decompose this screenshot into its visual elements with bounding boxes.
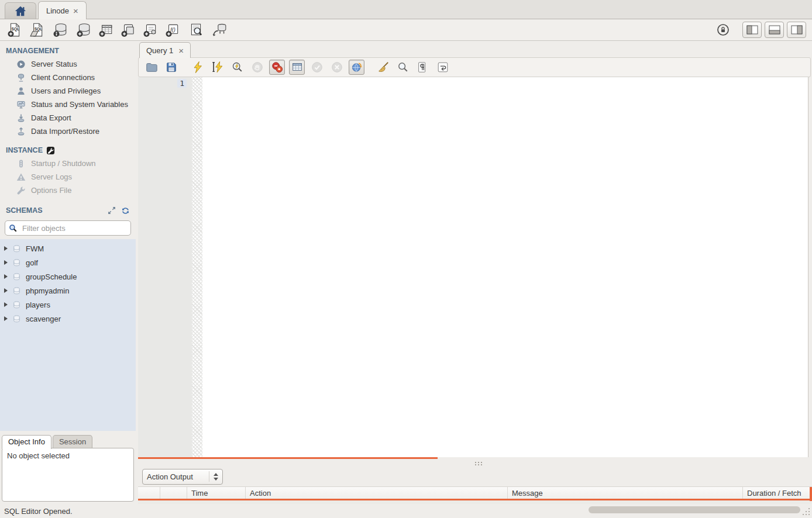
spacer [0, 138, 136, 144]
reconnect-dbms-button[interactable] [211, 21, 228, 39]
expander-icon[interactable] [4, 246, 8, 251]
output-selector[interactable]: Action Output [142, 469, 223, 485]
schema-row-fwm[interactable]: FWM [0, 241, 136, 255]
toolbar-group-inspector [51, 21, 69, 39]
schema-row-players[interactable]: players [0, 298, 136, 312]
wrench-badge-icon [46, 146, 55, 155]
execute-current-button[interactable] [209, 60, 225, 75]
open-script-button[interactable] [143, 60, 159, 75]
management-title: MANAGEMENT [6, 47, 59, 55]
content-area: MANAGEMENT Server Status Client Connecti… [0, 41, 812, 504]
output-col-action[interactable]: Action [246, 487, 508, 499]
query-tab[interactable]: Query 1 × [139, 42, 191, 58]
sql-editor[interactable]: 1 [138, 77, 808, 457]
schemas-title: SCHEMAS [6, 206, 43, 215]
create-schema-button[interactable] [75, 21, 92, 39]
splitter-grip[interactable] [475, 462, 476, 463]
tab-session[interactable]: Session [53, 435, 92, 448]
explain-button[interactable] [229, 60, 245, 75]
expander-icon[interactable] [4, 288, 8, 293]
query-tab-close-icon[interactable]: × [178, 46, 184, 55]
output-col-message[interactable]: Message [508, 487, 743, 499]
open-sql-script-button[interactable]: SQL [28, 21, 46, 39]
sidebar-item-client-connections[interactable]: Client Connections [0, 71, 136, 84]
toggle-autocommit-button[interactable] [349, 60, 364, 75]
expander-icon[interactable] [4, 302, 8, 307]
create-procedure-button[interactable] [142, 21, 159, 39]
create-procedure-icon [143, 22, 158, 37]
sidebar-item-label: Startup / Shutdown [31, 159, 96, 168]
limit-rows-button[interactable] [289, 60, 305, 75]
schema-inspector-button[interactable] [51, 21, 69, 39]
lock-status-wrap[interactable] [715, 22, 731, 38]
filter-objects-input[interactable] [21, 223, 127, 233]
search-table-data-button[interactable] [187, 21, 205, 39]
output-col-empty2[interactable] [160, 487, 187, 499]
schema-row-groupschedule[interactable]: groupSchedule [0, 270, 136, 284]
expander-icon[interactable] [4, 260, 8, 265]
create-function-button[interactable]: f() [164, 21, 181, 39]
find-button[interactable] [395, 60, 411, 75]
schema-row-phpmyadmin[interactable]: phpmyadmin [0, 284, 136, 298]
data-export-icon [16, 113, 26, 123]
combo-spinner[interactable] [209, 471, 218, 482]
connection-tab-close-icon[interactable]: × [73, 6, 78, 15]
sidebar-item-data-import[interactable]: Data Import/Restore [0, 125, 136, 138]
sidebar-item-data-export[interactable]: Data Export [0, 111, 136, 125]
refresh-icon[interactable] [121, 206, 130, 215]
beautify-button[interactable] [375, 60, 391, 75]
schema-tree: FWM golf [0, 239, 136, 431]
save-script-button[interactable] [163, 60, 179, 75]
schema-row-scavenger[interactable]: scavenger [0, 312, 136, 326]
toggle-left-panel-button[interactable] [742, 22, 762, 38]
home-tab[interactable] [5, 2, 36, 19]
output-col-duration[interactable]: Duration / Fetch [743, 487, 812, 499]
sidebar-item-system-variables[interactable]: Status and System Variables [0, 98, 136, 111]
sidebar-item-startup-shutdown[interactable]: Startup / Shutdown [0, 157, 136, 170]
query-tabstrip: Query 1 × [138, 41, 812, 57]
schema-db-icon [12, 258, 21, 267]
expander-icon[interactable] [4, 274, 8, 279]
execute-icon [191, 61, 204, 74]
sidebar-item-label: Data Export [31, 113, 71, 122]
svg-text:SQL: SQL [12, 27, 19, 32]
schema-row-golf[interactable]: golf [0, 255, 136, 270]
tab-object-info[interactable]: Object Info [2, 435, 51, 449]
connection-tab[interactable]: Linode × [38, 1, 87, 19]
expander-icon[interactable] [4, 316, 8, 321]
data-import-icon [16, 127, 26, 136]
stop-button[interactable] [249, 60, 265, 75]
sidebar-item-server-status[interactable]: Server Status [0, 57, 136, 71]
rollback-button[interactable] [329, 60, 345, 75]
expand-icon[interactable] [108, 206, 116, 215]
toggle-right-panel-button[interactable] [787, 22, 806, 38]
sidebar-item-server-logs[interactable]: Server Logs [0, 170, 136, 184]
toggle-stop-on-error-icon [271, 61, 284, 74]
create-table-button[interactable] [97, 21, 115, 39]
execute-button[interactable] [190, 60, 205, 75]
svg-text:SQL: SQL [35, 27, 42, 32]
toggle-stop-on-error-button[interactable] [269, 60, 285, 75]
spinner-down-icon [214, 478, 218, 481]
filter-box[interactable] [5, 220, 131, 236]
horizontal-scrollbar[interactable] [589, 506, 800, 513]
resize-grip[interactable] [803, 508, 810, 515]
output-col-empty1[interactable] [138, 487, 160, 499]
toggle-bottom-panel-button[interactable] [765, 22, 784, 38]
schema-db-icon [12, 286, 21, 295]
toggle-wrap-button[interactable] [435, 60, 450, 75]
sql-text-area[interactable] [202, 77, 808, 457]
management-section-header: MANAGEMENT [0, 44, 136, 57]
search-icon [9, 224, 18, 233]
new-sql-tab-button[interactable]: SQL [6, 21, 23, 39]
users-icon [16, 87, 26, 96]
show-invisibles-button[interactable] [415, 60, 431, 75]
sidebar-item-users-privileges[interactable]: Users and Privileges [0, 84, 136, 98]
create-view-button[interactable] [119, 21, 137, 39]
output-col-time[interactable]: Time [187, 487, 246, 499]
horizontal-splitter[interactable] [138, 459, 812, 467]
sidebar-item-label: Server Status [31, 60, 77, 68]
explain-icon [231, 61, 244, 74]
commit-button[interactable] [309, 60, 325, 75]
sidebar-item-options-file[interactable]: Options File [0, 184, 136, 197]
